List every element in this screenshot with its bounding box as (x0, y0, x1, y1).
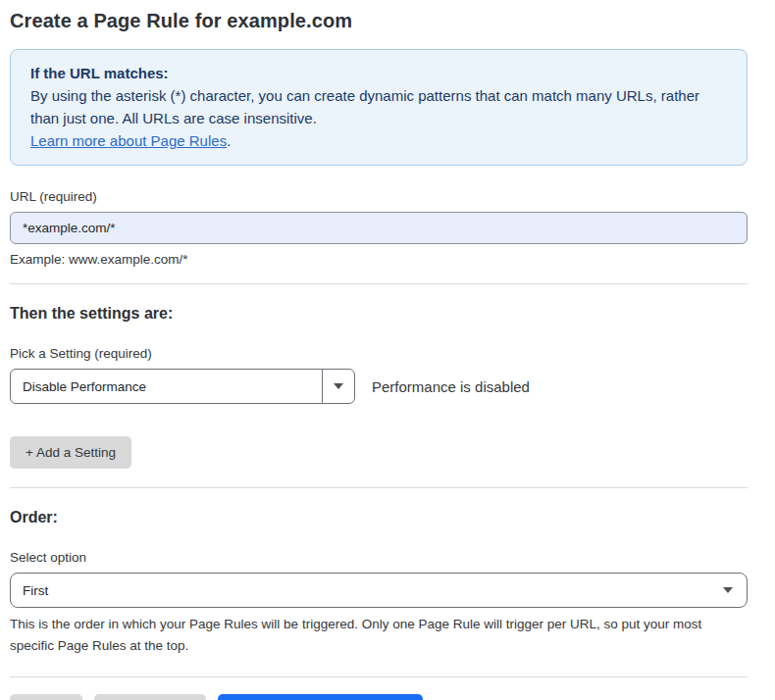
settings-section-heading: Then the settings are: (10, 305, 748, 323)
setting-select[interactable]: Disable Performance (10, 369, 355, 404)
footer-actions: Cancel Save as Draft Save and Deploy Pag… (10, 694, 748, 700)
save-as-draft-button[interactable]: Save as Draft (94, 694, 206, 700)
chevron-down-icon (723, 587, 733, 593)
setting-select-value: Disable Performance (11, 370, 322, 403)
save-and-deploy-button[interactable]: Save and Deploy Page Rule (218, 694, 424, 700)
order-select-value: First (23, 583, 48, 598)
order-select-label: Select option (10, 550, 748, 565)
order-section-heading: Order: (10, 509, 748, 526)
create-page-rule-form: Create a Page Rule for example.com If th… (10, 0, 748, 700)
chevron-down-icon (334, 383, 343, 389)
page-title: Create a Page Rule for example.com (10, 0, 748, 32)
divider (10, 283, 748, 284)
info-box-heading: If the URL matches: (30, 62, 727, 84)
setting-select-arrow-button[interactable] (322, 370, 354, 403)
cancel-button[interactable]: Cancel (10, 694, 82, 700)
add-setting-button[interactable]: + Add a Setting (10, 436, 131, 469)
pick-setting-label: Pick a Setting (required) (10, 346, 748, 361)
info-box-link-line: Learn more about Page Rules. (30, 129, 727, 152)
divider (10, 676, 748, 677)
learn-more-link[interactable]: Learn more about Page Rules (30, 132, 227, 149)
divider (10, 487, 748, 488)
url-example-text: Example: www.example.com/* (10, 252, 748, 267)
url-input[interactable] (10, 212, 748, 244)
setting-row: Disable Performance Performance is disab… (10, 369, 748, 404)
url-matches-info-box: If the URL matches: By using the asteris… (10, 49, 748, 166)
url-field-label: URL (required) (10, 189, 748, 204)
setting-status-text: Performance is disabled (372, 378, 530, 395)
link-suffix: . (227, 132, 231, 149)
order-select[interactable]: First (10, 573, 748, 608)
order-help-text: This is the order in which your Page Rul… (10, 614, 736, 657)
info-box-body: By using the asterisk (*) character, you… (30, 84, 727, 129)
